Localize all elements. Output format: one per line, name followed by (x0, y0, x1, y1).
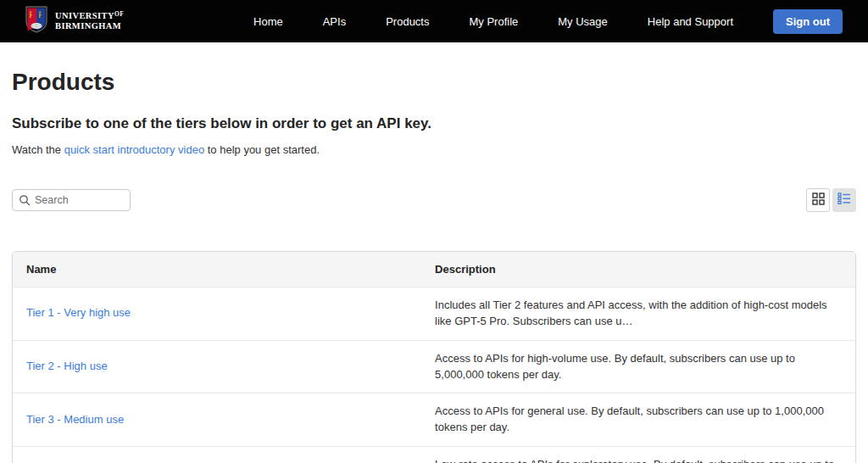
intro-suffix: to help you get started. (204, 143, 320, 156)
column-header-description: Description (421, 252, 855, 287)
products-table-card: Name Description Tier 1 - Very high use … (12, 251, 856, 463)
nav-item-products[interactable]: Products (386, 15, 429, 28)
nav-item-help-and-support[interactable]: Help and Support (648, 15, 733, 28)
intro-prefix: Watch the (12, 143, 64, 156)
product-link-tier2[interactable]: Tier 2 - High use (26, 360, 108, 372)
university-logo-text: UNIVERSITYOF BIRMINGHAM (55, 11, 124, 31)
table-row: Tier 4 - Low use Low-rate access to APIs… (13, 447, 855, 463)
page-intro: Watch the quick start introductory video… (12, 143, 856, 156)
quick-start-video-link[interactable]: quick start introductory video (64, 143, 204, 156)
table-row: Tier 1 - Very high use Includes all Tier… (13, 287, 855, 341)
column-header-name: Name (13, 252, 421, 287)
product-link-tier3[interactable]: Tier 3 - Medium use (26, 413, 124, 426)
list-view-icon (837, 192, 851, 208)
products-table: Name Description Tier 1 - Very high use … (13, 252, 855, 463)
nav-item-apis[interactable]: APIs (323, 15, 346, 28)
nav-item-home[interactable]: Home (253, 15, 283, 28)
product-description: Includes all Tier 2 features and API acc… (421, 287, 855, 341)
sign-out-button[interactable]: Sign out (773, 9, 843, 34)
table-header-row: Name Description (13, 252, 855, 287)
top-navbar: UNIVERSITYOF BIRMINGHAM Home APIs Produc… (0, 0, 868, 42)
table-row: Tier 3 - Medium use Access to APIs for g… (13, 393, 855, 447)
page-subtitle: Subscribe to one of the tiers below in o… (12, 115, 856, 132)
search-box (12, 189, 131, 211)
nav-links: Home APIs Products My Profile My Usage H… (253, 15, 733, 28)
product-description: Access to APIs for high-volume use. By d… (421, 340, 855, 393)
university-logo[interactable]: UNIVERSITYOF BIRMINGHAM (25, 6, 124, 36)
view-toggle-group (806, 188, 856, 212)
grid-view-icon (812, 192, 825, 209)
grid-view-button[interactable] (806, 188, 830, 212)
main-content: Products Subscribe to one of the tiers b… (0, 69, 868, 463)
table-row: Tier 2 - High use Access to APIs for hig… (13, 340, 855, 393)
page-title: Products (12, 69, 856, 96)
nav-item-my-usage[interactable]: My Usage (558, 15, 608, 28)
product-description: Low-rate access to APIs for exploratory … (421, 447, 855, 463)
list-view-button[interactable] (832, 188, 856, 212)
university-crest-icon (25, 6, 47, 36)
products-toolbar (12, 188, 856, 212)
nav-item-my-profile[interactable]: My Profile (469, 15, 518, 28)
product-description: Access to APIs for general use. By defau… (421, 393, 855, 447)
product-link-tier1[interactable]: Tier 1 - Very high use (26, 306, 131, 319)
